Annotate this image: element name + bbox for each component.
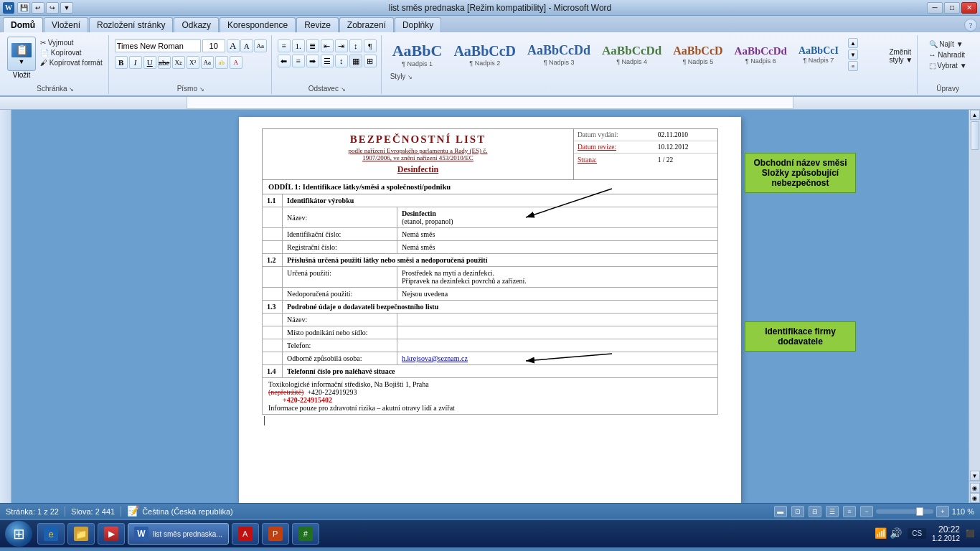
scroll-track bbox=[970, 120, 980, 471]
pismo-label: Písmo ↘ bbox=[177, 83, 204, 93]
style-label-3: ¶ Nadpis 3 bbox=[544, 59, 575, 66]
style-nadpis5[interactable]: AaBbCcD ¶ Nadpis 5 bbox=[668, 42, 727, 67]
window-controls: ─ □ ✕ bbox=[927, 2, 977, 14]
italic-button[interactable]: I bbox=[129, 56, 142, 69]
align-left-button[interactable]: ⬅ bbox=[278, 55, 291, 67]
show-marks-button[interactable]: ¶ bbox=[364, 39, 377, 52]
superscript-button[interactable]: X² bbox=[187, 56, 199, 69]
language-icon: 📝 bbox=[127, 505, 139, 517]
styles-scroll-down[interactable]: ▼ bbox=[848, 50, 858, 60]
scroll-up-button[interactable]: ▲ bbox=[970, 110, 980, 120]
change-case-button[interactable]: Aa bbox=[201, 56, 214, 69]
minimize-button[interactable]: ─ bbox=[927, 2, 943, 14]
font-shrink-button[interactable]: A bbox=[240, 39, 253, 52]
line-spacing-button[interactable]: ↕ bbox=[335, 55, 348, 67]
maximize-button[interactable]: □ bbox=[944, 2, 960, 14]
view-web-button[interactable]: ⊟ bbox=[809, 506, 821, 517]
decrease-indent-button[interactable]: ⇤ bbox=[321, 39, 334, 52]
clock-area: 20:22 1.2.2012 bbox=[932, 524, 960, 543]
close-button[interactable]: ✕ bbox=[961, 2, 977, 14]
misto-podnikani-label: Místo podnikání nebo sídlo: bbox=[283, 326, 397, 339]
taskbar-ie-button[interactable]: e bbox=[37, 523, 65, 545]
taskbar-word-button[interactable]: W list směs prednaska... bbox=[128, 523, 229, 545]
style-nadpis7[interactable]: AaBbCcI ¶ Nadpis 7 bbox=[793, 43, 844, 67]
show-desktop-button[interactable]: ⬛ bbox=[966, 529, 974, 537]
styles-scroll-up[interactable]: ▲ bbox=[848, 38, 858, 48]
bold-button[interactable]: B bbox=[115, 56, 128, 69]
bullets-button[interactable]: ≡ bbox=[278, 39, 291, 52]
section1-title: ODDÍL 1: Identifikace látky/směsi a spol… bbox=[268, 183, 451, 191]
style-preview-6: AaBbCcDd bbox=[735, 44, 787, 57]
redo-quick-btn[interactable]: ↪ bbox=[46, 2, 59, 14]
shading-button[interactable]: ▦ bbox=[349, 55, 362, 67]
view-outline-button[interactable]: ☰ bbox=[826, 506, 839, 517]
style-nadpis3[interactable]: AaBbCcDd ¶ Nadpis 3 bbox=[522, 41, 595, 68]
kopirovat-format-button[interactable]: 🖌 Kopírovat formát bbox=[39, 58, 104, 67]
zoom-thumb[interactable] bbox=[916, 507, 923, 516]
subscript-button[interactable]: X₂ bbox=[172, 56, 185, 69]
taskbar-explorer-button[interactable]: 📁 bbox=[67, 523, 95, 545]
kopirovat-button[interactable]: 📄 Kopírovat bbox=[39, 48, 104, 57]
tab-doplnky[interactable]: Doplňky bbox=[395, 17, 441, 32]
tab-rozlozeni[interactable]: Rozložení stránky bbox=[89, 17, 173, 32]
taskbar-acrobat-button[interactable]: A bbox=[232, 523, 259, 545]
save-quick-btn[interactable]: 💾 bbox=[17, 2, 30, 14]
numbering-button[interactable]: 1. bbox=[292, 39, 305, 52]
tab-korespondence[interactable]: Korespondence bbox=[220, 17, 296, 32]
scroll-down-button[interactable]: ▼ bbox=[970, 471, 980, 481]
tab-zobrazeni[interactable]: Zobrazení bbox=[339, 17, 394, 32]
vlozit-button[interactable]: 📋 ▼ Vložit bbox=[7, 37, 36, 79]
taskbar-calc-button[interactable]: # bbox=[292, 523, 319, 545]
nahradit-button[interactable]: ↔ Nahradit bbox=[928, 50, 969, 60]
table-row: Telefon: bbox=[263, 339, 718, 352]
zoom-out-button[interactable]: − bbox=[860, 506, 873, 517]
scroll-thumb[interactable] bbox=[971, 121, 979, 150]
tab-revize[interactable]: Revize bbox=[296, 17, 339, 32]
font-family-input[interactable] bbox=[115, 39, 201, 52]
underline-button[interactable]: U bbox=[143, 56, 156, 69]
font-size-input[interactable] bbox=[202, 39, 225, 52]
font-grow-button[interactable]: A bbox=[227, 39, 240, 52]
taskbar-media-button[interactable]: ▶ bbox=[98, 523, 125, 545]
sort-button[interactable]: ↕ bbox=[349, 39, 362, 52]
tab-vlozeni[interactable]: Vložení bbox=[44, 17, 88, 32]
highlight-button[interactable]: ab bbox=[215, 56, 228, 69]
tab-domu[interactable]: Domů bbox=[3, 17, 43, 32]
multilevel-button[interactable]: ≣ bbox=[306, 39, 319, 52]
zmenit-styly-button[interactable]: Změnitstyly ▼ bbox=[889, 48, 913, 64]
start-button[interactable]: ⊞ bbox=[3, 522, 34, 545]
clear-format-button[interactable]: Aa bbox=[254, 39, 267, 52]
folder-icon: 📁 bbox=[74, 527, 88, 541]
style-nadpis6[interactable]: AaBbCcDd ¶ Nadpis 6 bbox=[730, 42, 792, 67]
view-draft-button[interactable]: ≡ bbox=[843, 506, 856, 517]
style-nadpis4[interactable]: AaBbCcDd ¶ Nadpis 4 bbox=[597, 42, 666, 67]
view-print-button[interactable]: ▬ bbox=[774, 506, 787, 517]
strikethrough-button[interactable]: abe bbox=[158, 56, 171, 69]
taskbar-ppt-button[interactable]: P bbox=[262, 523, 289, 545]
browse-up-button[interactable]: ◉ bbox=[970, 483, 980, 493]
styles-more-button[interactable]: ≡ bbox=[848, 61, 858, 71]
quick-access-more-btn[interactable]: ▼ bbox=[60, 2, 73, 14]
taskbar-word-title: list směs prednaska... bbox=[153, 530, 222, 538]
view-fullscreen-button[interactable]: ⊡ bbox=[791, 506, 804, 517]
browse-down-button[interactable]: ◉ bbox=[970, 493, 980, 503]
justify-button[interactable]: ☰ bbox=[321, 55, 334, 67]
tab-odkazy[interactable]: Odkazy bbox=[174, 17, 219, 32]
increase-indent-button[interactable]: ⇥ bbox=[335, 39, 348, 52]
datum-revize-value: 10.12.2012 bbox=[654, 141, 717, 154]
ruler-inner bbox=[187, 97, 793, 109]
najit-button[interactable]: 🔍 Najít ▼ bbox=[928, 39, 969, 49]
undo-quick-btn[interactable]: ↩ bbox=[32, 2, 44, 14]
help-button[interactable]: ? bbox=[964, 19, 977, 32]
vyjmout-button[interactable]: ✂ Vyjmout bbox=[39, 38, 104, 47]
zoom-in-button[interactable]: + bbox=[936, 506, 949, 517]
style-nadpis1[interactable]: AaBbC ¶ Nadpis 1 bbox=[387, 39, 448, 70]
align-right-button[interactable]: ➡ bbox=[306, 55, 319, 67]
table-row: Název: Desinfectin (etanol, propanol) bbox=[263, 207, 718, 228]
borders-button[interactable]: ⊞ bbox=[364, 55, 377, 67]
vybrat-button[interactable]: ⬚ Vybrat ▼ bbox=[928, 61, 969, 70]
style-nadpis2[interactable]: AaBbCcD ¶ Nadpis 2 bbox=[448, 40, 521, 69]
font-color-button[interactable]: A bbox=[230, 56, 242, 69]
table-row: Toxikologické informační středisko, Na B… bbox=[263, 378, 718, 415]
align-center-button[interactable]: ≡ bbox=[292, 55, 305, 67]
